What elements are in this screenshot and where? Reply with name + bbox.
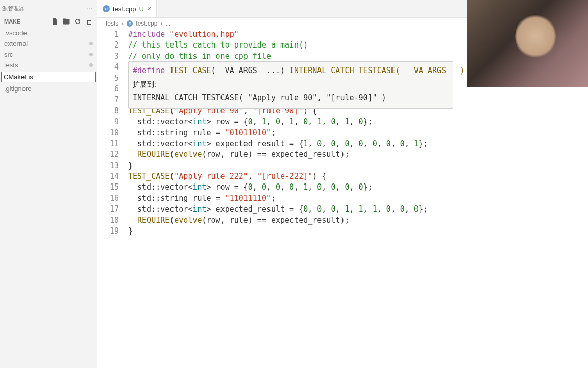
line-number: 4 xyxy=(97,62,119,73)
code-line[interactable]: std::string rule = "01011010"; xyxy=(128,128,588,139)
refresh-icon[interactable] xyxy=(74,17,82,26)
more-icon[interactable]: ··· xyxy=(87,4,93,12)
close-tab-icon[interactable]: × xyxy=(147,5,151,13)
tab-filename: test.cpp xyxy=(113,5,136,13)
code-line[interactable]: REQUIRE(evolve(row, rule) == expected_re… xyxy=(128,215,588,226)
line-number: 14 xyxy=(97,171,119,182)
breadcrumb-file[interactable]: test.cpp xyxy=(136,20,157,27)
line-number-gutter: 12345678910111213141516171819 xyxy=(97,29,128,368)
tree-item-label: .gitignore xyxy=(4,85,31,93)
cpp-file-icon: C xyxy=(127,20,133,27)
tree-item-label: .vscode xyxy=(4,29,27,37)
section-label: MAKE xyxy=(4,18,20,25)
line-number: 3 xyxy=(97,51,119,62)
code-line[interactable]: std::vector<int> row = {0, 1, 0, 1, 0, 1… xyxy=(128,117,588,127)
tab-test-cpp[interactable]: C test.cpp U × xyxy=(97,0,157,17)
line-number: 7 xyxy=(97,95,119,105)
file-tree-trailing: .gitignore xyxy=(0,83,97,94)
collapse-all-icon[interactable] xyxy=(85,17,93,26)
breadcrumb-symbol[interactable]: ... xyxy=(165,20,170,27)
code-line[interactable]: std::vector<int> row = {0, 0, 0, 0, 1, 0… xyxy=(128,182,588,193)
code-line[interactable]: } xyxy=(128,226,588,237)
new-file-input[interactable] xyxy=(1,72,96,82)
tree-item-label: tests xyxy=(4,61,18,69)
webcam-overlay xyxy=(467,0,588,87)
line-number: 9 xyxy=(97,117,119,127)
line-number: 18 xyxy=(97,215,119,226)
line-number: 19 xyxy=(97,226,119,237)
tree-item-label: src xyxy=(4,51,13,58)
line-number: 1 xyxy=(97,29,119,40)
line-number: 11 xyxy=(97,139,119,149)
line-number: 6 xyxy=(97,84,119,95)
tab-git-status: U xyxy=(139,5,144,13)
tree-item-label: external xyxy=(4,40,28,48)
file-tree: .vscodeexternalsrctests xyxy=(0,28,97,71)
sidebar-title: 源管理器 xyxy=(2,5,87,12)
sidebar-header: 源管理器 ··· xyxy=(0,2,97,15)
line-number: 8 xyxy=(97,106,119,117)
hover-expansion: INTERNAL_CATCH_TESTCASE( "Apply rule 90"… xyxy=(133,92,449,103)
tree-item-external[interactable]: external xyxy=(2,38,95,49)
tree-item-vscode[interactable]: .vscode xyxy=(2,28,95,38)
macro-hover-tooltip: #define TEST_CASE(__VA_ARGS__...) INTERN… xyxy=(128,61,453,109)
line-number: 5 xyxy=(97,73,119,84)
tree-item-gitignore[interactable]: .gitignore xyxy=(2,83,95,94)
explorer-sidebar: 源管理器 ··· MAKE .vscodeexternalsrctests .g… xyxy=(0,0,97,368)
cpp-file-icon: C xyxy=(103,5,110,12)
editor-area: C test.cpp U × tests › C test.cpp › ... … xyxy=(97,0,588,368)
code-line[interactable]: std::vector<int> expected_result = {0, 0… xyxy=(128,204,588,215)
new-file-icon[interactable] xyxy=(51,17,59,26)
tree-item-tests[interactable]: tests xyxy=(2,60,95,71)
line-number: 2 xyxy=(97,40,119,51)
chevron-right-icon: › xyxy=(160,20,162,27)
line-number: 13 xyxy=(97,160,119,171)
code-line[interactable]: } xyxy=(128,160,588,171)
line-number: 16 xyxy=(97,193,119,204)
sidebar-section: MAKE xyxy=(0,15,97,28)
code-line[interactable]: std::vector<int> expected_result = {1, 0… xyxy=(128,139,588,149)
line-number: 15 xyxy=(97,182,119,193)
chevron-right-icon: › xyxy=(121,20,124,27)
code-line[interactable]: TEST_CASE("Apply rule 222", "[rule-222]"… xyxy=(128,171,588,182)
line-number: 12 xyxy=(97,149,119,160)
breadcrumb-folder[interactable]: tests xyxy=(106,20,118,27)
line-number: 17 xyxy=(97,204,119,215)
hover-definition: #define TEST_CASE(__VA_ARGS__...) INTERN… xyxy=(133,65,449,76)
code-line[interactable]: REQUIRE(evolve(row, rule) == expected_re… xyxy=(128,149,588,160)
new-folder-icon[interactable] xyxy=(62,17,70,26)
line-number: 10 xyxy=(97,128,119,139)
tree-item-src[interactable]: src xyxy=(2,49,95,60)
hover-expand-label: 扩展到: xyxy=(133,76,449,92)
code-line[interactable]: std::string rule = "11011110"; xyxy=(128,193,588,204)
